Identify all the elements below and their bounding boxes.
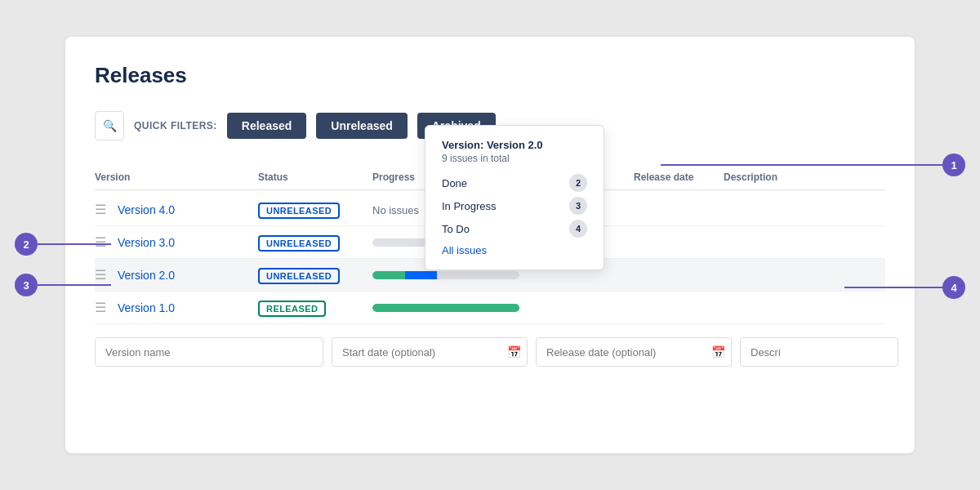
calendar-icon-start: 📅 [507, 345, 521, 359]
tooltip-title: Version: Version 2.0 [442, 139, 587, 151]
status-cell-2: UNRELEASED [258, 268, 372, 283]
add-version-row: 📅 📅 [95, 337, 885, 367]
search-icon: 🔍 [103, 119, 117, 132]
tooltip-row-done: Done 2 [442, 174, 587, 192]
tooltip-count-done: 2 [569, 174, 587, 192]
status-badge-4: UNRELEASED [258, 203, 340, 219]
tooltip-label-inprogress: In Progress [442, 200, 496, 212]
tooltip-subtitle: 9 issues in total [442, 153, 587, 164]
drag-handle-4[interactable]: ☰ [95, 202, 106, 217]
progress-done-1 [372, 304, 519, 312]
col-version: Version [95, 172, 258, 183]
version-cell-1: ☰ Version 1.0 [95, 300, 258, 315]
tooltip-count-todo: 4 [569, 220, 587, 238]
annotation-4-line [844, 287, 942, 288]
all-issues-link[interactable]: All issues [442, 244, 587, 256]
status-badge-3: UNRELEASED [258, 235, 340, 252]
version-cell-3: ☰ Version 3.0 [95, 234, 258, 250]
filter-unreleased-button[interactable]: Unreleased [316, 113, 407, 139]
progress-bar-1 [372, 304, 519, 312]
version-tooltip: Version: Version 2.0 9 issues in total D… [425, 125, 604, 270]
progress-bar-2 [372, 271, 519, 279]
version-link-2[interactable]: Version 2.0 [118, 269, 175, 282]
version-link-3[interactable]: Version 3.0 [118, 236, 175, 249]
start-date-wrapper: 📅 [332, 337, 528, 367]
status-cell-1: RELEASED [258, 301, 372, 315]
status-badge-1: RELEASED [258, 301, 326, 317]
annotation-2-line [38, 243, 111, 245]
tooltip-label-done: Done [442, 177, 467, 189]
table-row: ☰ Version 1.0 RELEASED [95, 292, 885, 324]
progress-cell-1 [372, 304, 552, 312]
release-date-input[interactable] [536, 337, 732, 367]
calendar-icon-release: 📅 [711, 345, 725, 359]
tooltip-row-inprogress: In Progress 3 [442, 197, 587, 215]
progress-done-2 [372, 271, 405, 279]
annotation-1-line [661, 164, 942, 166]
status-cell-3: UNRELEASED [258, 235, 372, 250]
quick-filters-label: QUICK FILTERS: [134, 120, 217, 131]
progress-cell-2 [372, 271, 552, 279]
releases-panel: Releases 🔍 QUICK FILTERS: Released Unrel… [65, 37, 915, 453]
description-input[interactable] [740, 337, 898, 367]
tooltip-count-inprogress: 3 [569, 197, 587, 215]
version-cell-4: ☰ Version 4.0 [95, 202, 258, 217]
col-status: Status [258, 172, 372, 183]
status-cell-4: UNRELEASED [258, 203, 372, 217]
release-date-wrapper: 📅 [536, 337, 732, 367]
version-cell-2: ☰ Version 2.0 [95, 267, 258, 283]
annotation-4: 4 [942, 276, 965, 299]
start-date-input[interactable] [332, 337, 528, 367]
version-link-4[interactable]: Version 4.0 [118, 203, 175, 216]
search-box[interactable]: 🔍 [95, 111, 124, 140]
version-link-1[interactable]: Version 1.0 [118, 301, 175, 314]
page-title: Releases [95, 63, 885, 88]
tooltip-row-todo: To Do 4 [442, 220, 587, 238]
version-name-input[interactable] [95, 337, 323, 367]
drag-handle-1[interactable]: ☰ [95, 300, 106, 315]
annotation-1: 1 [942, 154, 965, 176]
annotation-3-line [38, 284, 111, 286]
no-issues-text: No issues [372, 204, 419, 216]
progress-multi-2 [372, 271, 519, 279]
annotation-2: 2 [15, 233, 38, 256]
status-badge-2: UNRELEASED [258, 268, 340, 284]
tooltip-label-todo: To Do [442, 223, 470, 235]
progress-inprogress-2 [405, 271, 438, 279]
annotation-3: 3 [15, 274, 38, 296]
filter-released-button[interactable]: Released [227, 113, 306, 139]
